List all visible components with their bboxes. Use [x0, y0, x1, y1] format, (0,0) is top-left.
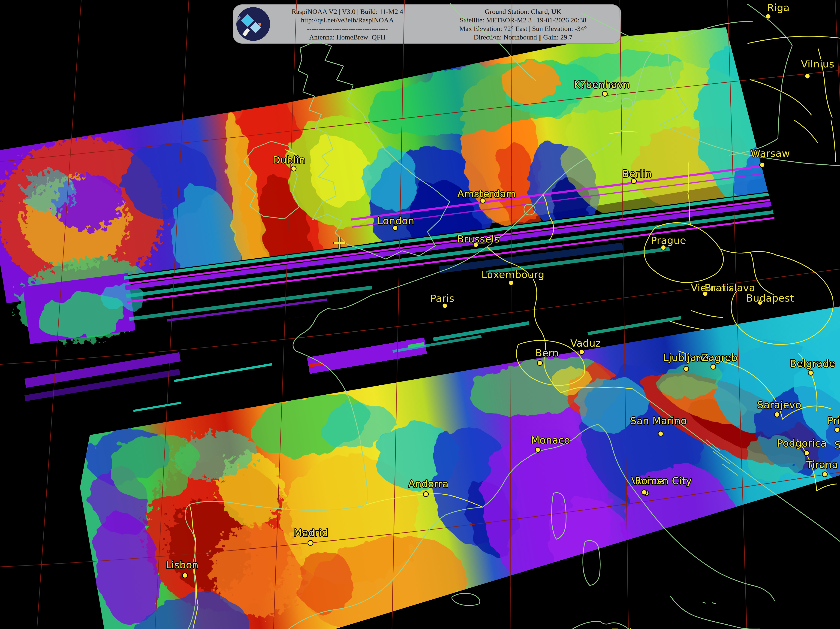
- city-label: Tirana: [806, 459, 838, 470]
- city-dot: [766, 14, 771, 19]
- city-label: Vaduz: [570, 337, 601, 349]
- city-label: Pristina: [827, 415, 840, 426]
- satellite-map-screen: RaspiNOAA V2 | V3.0 | Build: 11-M2 4http…: [0, 0, 840, 629]
- city-dot: [808, 370, 814, 376]
- city-label: Luxembourg: [482, 269, 545, 280]
- city-label: K?benhavn: [574, 79, 630, 90]
- city-label: Riga: [767, 2, 789, 13]
- city-label: Dublin: [273, 154, 305, 166]
- city-layer: RigaVilniusMWarsawK?benhavnBerlinDublinA…: [0, 0, 840, 629]
- city-dot: [602, 91, 608, 97]
- city-dot: [579, 349, 585, 355]
- city-label: Prague: [651, 235, 686, 246]
- city-label: London: [377, 215, 415, 226]
- city-dot: [822, 471, 828, 477]
- city-label: Rome: [635, 475, 664, 487]
- city-label: Amsterdam: [457, 188, 516, 199]
- city-dot: [804, 450, 810, 456]
- city-label: Belgrade: [790, 358, 835, 369]
- city-label: Budapest: [746, 292, 794, 304]
- city-dot: [684, 366, 689, 372]
- city-dot: [658, 431, 664, 437]
- city-dot: [291, 166, 297, 172]
- city-label: Andorra: [408, 478, 449, 490]
- city-label: Warsaw: [751, 147, 790, 159]
- city-label: Sarajevo: [757, 399, 801, 411]
- city-dot: [641, 490, 647, 495]
- city-dot: [537, 360, 543, 366]
- city-dot: [759, 162, 765, 168]
- city-label: Zagreb: [701, 352, 738, 363]
- city-dot: [711, 364, 716, 370]
- city-label: Madrid: [294, 527, 328, 539]
- city-dot: [834, 427, 840, 433]
- city-label: San Marino: [630, 415, 687, 427]
- city-dot: [508, 280, 514, 286]
- city-label: Monaco: [531, 435, 570, 446]
- city-label: Podgorica: [777, 437, 827, 449]
- city-dot: [182, 573, 188, 578]
- city-label: Bratislava: [704, 282, 755, 294]
- city-label: Skopje: [834, 439, 840, 451]
- city-label: Lisbon: [166, 559, 199, 571]
- city-label: M: [838, 64, 840, 76]
- city-dot: [308, 540, 313, 546]
- city-label: Brussels: [457, 233, 499, 245]
- ground-station-marker: +: [332, 232, 347, 253]
- city-dot: [774, 412, 780, 417]
- city-label: Berlin: [622, 168, 652, 179]
- city-label: Paris: [430, 292, 455, 304]
- city-dot: [535, 447, 541, 453]
- city-dot: [423, 492, 429, 497]
- city-label: Bern: [535, 347, 559, 359]
- city-label: Tunis: [612, 626, 637, 629]
- city-dot: [805, 73, 810, 79]
- city-label: Vilnius: [801, 58, 834, 70]
